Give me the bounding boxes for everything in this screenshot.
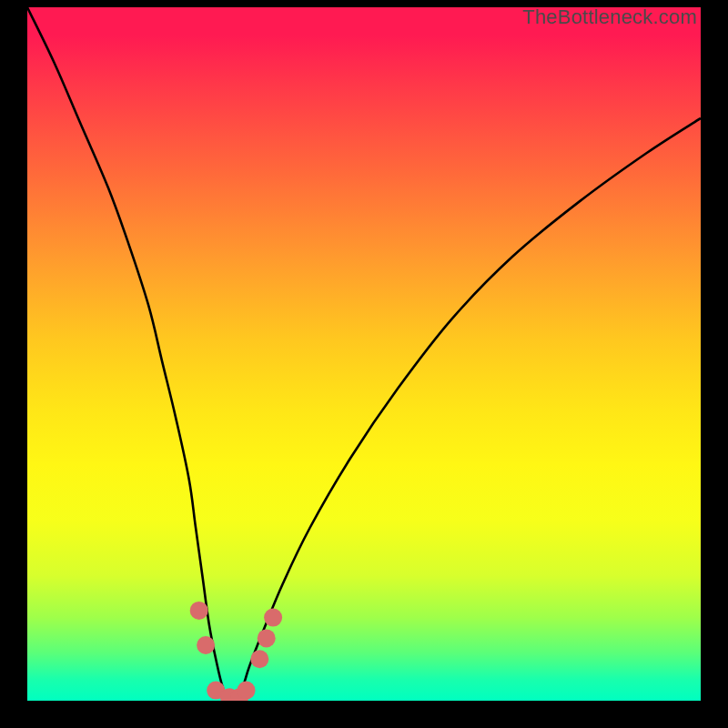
bottleneck-curve	[27, 7, 701, 701]
marker-dot	[238, 682, 256, 700]
plot-area	[27, 7, 701, 701]
highlight-points	[190, 602, 282, 701]
marker-dot	[250, 650, 268, 668]
marker-dot	[258, 629, 276, 647]
marker-dot	[264, 609, 282, 627]
marker-dot	[190, 602, 208, 620]
chart-svg	[27, 7, 701, 701]
chart-frame: TheBottleneck.com	[0, 0, 728, 728]
marker-dot	[197, 636, 215, 654]
